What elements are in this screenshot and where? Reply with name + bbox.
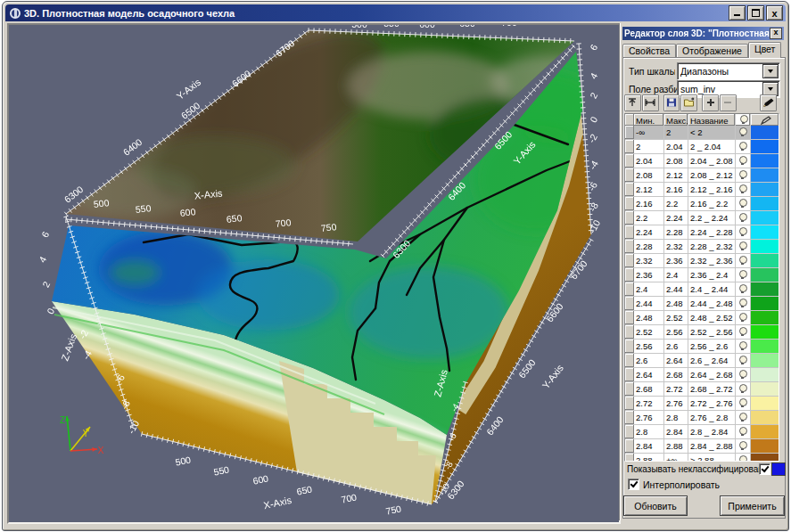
range-row[interactable]: 22.042 _ 2.04 <box>625 140 779 154</box>
range-row[interactable]: 2.562.62.56 _ 2.6 <box>625 340 779 354</box>
row-selector[interactable] <box>625 297 634 310</box>
range-row[interactable]: 2.82.842.8 _ 2.84 <box>625 425 779 439</box>
range-name[interactable]: 2 _ 2.04 <box>688 140 736 153</box>
range-name[interactable]: 2.08 _ 2.12 <box>688 168 736 182</box>
range-name[interactable]: 2.8 _ 2.84 <box>688 425 736 438</box>
visibility-cell[interactable] <box>736 439 751 453</box>
range-name[interactable]: 2.6 _ 2.64 <box>688 354 736 367</box>
row-selector[interactable] <box>625 454 634 462</box>
visibility-cell[interactable] <box>736 126 751 139</box>
column-header-max[interactable]: Макс. <box>664 114 688 126</box>
minimize-button[interactable] <box>729 5 746 20</box>
range-min[interactable]: 2.2 <box>634 211 664 225</box>
range-name[interactable]: 2.24 _ 2.28 <box>688 225 736 239</box>
fit-width-button[interactable] <box>642 94 659 111</box>
range-row[interactable]: 2.362.42.36 _ 2.4 <box>625 268 779 282</box>
update-button[interactable]: Обновить <box>623 495 688 516</box>
visibility-cell[interactable] <box>736 311 751 324</box>
row-selector[interactable] <box>625 268 634 282</box>
visibility-cell[interactable] <box>736 211 751 225</box>
tab-display[interactable]: Отображение <box>676 44 748 58</box>
range-max[interactable]: 2.84 <box>664 425 688 438</box>
range-min[interactable]: 2.6 <box>634 354 664 367</box>
range-min[interactable]: 2.04 <box>634 154 664 168</box>
range-row[interactable]: 2.442.482.44 _ 2.48 <box>625 297 779 311</box>
range-min[interactable]: 2 <box>634 140 664 153</box>
range-color-swatch[interactable] <box>751 282 779 296</box>
range-name[interactable]: 2.64 _ 2.68 <box>688 368 736 381</box>
range-max[interactable]: 2.4 <box>664 268 688 282</box>
visibility-cell[interactable] <box>736 340 751 353</box>
range-min[interactable]: 2.52 <box>634 325 664 339</box>
range-row[interactable]: 2.282.322.28 _ 2.32 <box>625 240 779 254</box>
range-color-swatch[interactable] <box>751 297 779 310</box>
range-min[interactable]: 2.12 <box>634 183 664 196</box>
range-color-swatch[interactable] <box>751 254 779 267</box>
range-row[interactable]: 2.042.082.04 _ 2.08 <box>625 154 779 168</box>
range-max[interactable]: 2.72 <box>664 382 688 396</box>
range-max[interactable]: 2.36 <box>664 254 688 267</box>
apply-button[interactable]: Применить <box>720 495 785 516</box>
row-selector[interactable] <box>625 354 634 367</box>
visibility-cell[interactable] <box>736 411 751 424</box>
range-color-swatch[interactable] <box>751 126 779 139</box>
range-row[interactable]: 2.122.162.12 _ 2.16 <box>625 183 779 197</box>
visibility-cell[interactable] <box>736 183 751 196</box>
3d-scene[interactable]: 5005506006507007505005506006507007505005… <box>9 25 615 519</box>
range-max[interactable]: 2 <box>664 126 688 139</box>
row-selector[interactable] <box>625 411 634 424</box>
visibility-cell[interactable] <box>736 154 751 168</box>
range-name[interactable]: 2.04 _ 2.08 <box>688 154 736 168</box>
maximize-button[interactable] <box>747 5 764 20</box>
move-up-button[interactable] <box>624 94 641 111</box>
visibility-cell[interactable] <box>736 297 751 310</box>
visibility-cell[interactable] <box>736 397 751 410</box>
range-name[interactable]: 2.16 _ 2.2 <box>688 197 736 210</box>
range-min[interactable]: 2.76 <box>634 411 664 424</box>
range-max[interactable]: 2.8 <box>664 411 688 424</box>
range-max[interactable]: 2.48 <box>664 297 688 310</box>
close-button[interactable]: x <box>766 5 783 20</box>
range-max[interactable]: 2.88 <box>664 439 688 453</box>
range-color-swatch[interactable] <box>751 183 779 196</box>
visibility-cell[interactable] <box>736 168 751 182</box>
tab-color[interactable]: Цвет <box>748 42 782 58</box>
visibility-cell[interactable] <box>736 268 751 282</box>
range-max[interactable]: 2.16 <box>664 183 688 196</box>
open-button[interactable] <box>680 94 697 111</box>
row-selector[interactable] <box>625 183 634 196</box>
range-max[interactable]: 2.68 <box>664 368 688 381</box>
column-header-visibility[interactable] <box>736 114 751 126</box>
tab-properties[interactable]: Свойства <box>622 44 676 58</box>
range-min[interactable]: 2.84 <box>634 439 664 453</box>
range-row[interactable]: 2.842.882.84 _ 2.88 <box>625 439 779 454</box>
row-selector[interactable] <box>625 211 634 225</box>
row-selector[interactable] <box>625 240 634 253</box>
range-min[interactable]: 2.24 <box>634 225 664 239</box>
range-max[interactable]: 2.24 <box>664 211 688 225</box>
range-row[interactable]: 2.082.122.08 _ 2.12 <box>625 168 779 183</box>
range-max[interactable]: 2.2 <box>664 197 688 210</box>
range-max[interactable]: 2.64 <box>664 354 688 367</box>
range-name[interactable]: 2.52 _ 2.56 <box>688 325 736 339</box>
range-row[interactable]: 2.162.22.16 _ 2.2 <box>625 197 779 211</box>
range-color-swatch[interactable] <box>751 382 779 396</box>
row-selector[interactable] <box>625 254 634 267</box>
range-max[interactable]: 2.52 <box>664 311 688 324</box>
range-min[interactable]: 2.32 <box>634 254 664 267</box>
range-color-swatch[interactable] <box>751 154 779 168</box>
range-name[interactable]: 2.72 _ 2.76 <box>688 397 736 410</box>
add-range-button[interactable] <box>702 94 719 111</box>
range-color-swatch[interactable] <box>751 368 779 381</box>
range-row[interactable]: 2.62.642.6 _ 2.64 <box>625 354 779 368</box>
range-color-swatch[interactable] <box>751 439 779 453</box>
row-selector[interactable] <box>625 340 634 353</box>
range-name[interactable]: < 2 <box>688 126 736 139</box>
range-min[interactable]: 2.48 <box>634 311 664 324</box>
range-name[interactable]: 2.48 _ 2.52 <box>688 311 736 324</box>
range-color-swatch[interactable] <box>751 325 779 339</box>
range-row[interactable]: 2.762.82.76 _ 2.8 <box>625 411 779 425</box>
range-max[interactable]: 2.12 <box>664 168 688 182</box>
range-max[interactable]: 2.04 <box>664 140 688 153</box>
range-min[interactable]: 2.36 <box>634 268 664 282</box>
